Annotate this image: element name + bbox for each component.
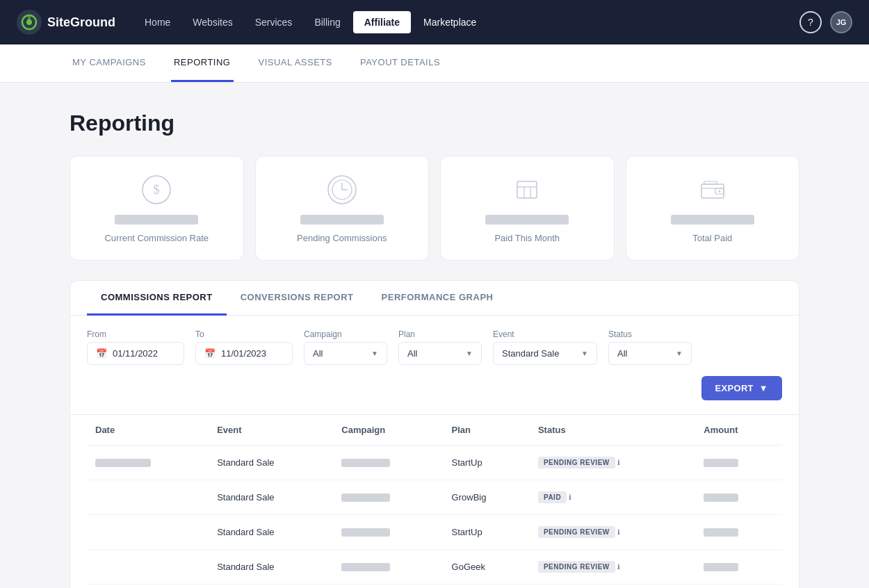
- cell-event: Standard Sale: [209, 446, 333, 480]
- campaign-bar: [341, 563, 390, 571]
- grid-icon: [510, 173, 544, 206]
- status-badge: PAID: [538, 491, 567, 503]
- cell-campaign: [333, 585, 443, 589]
- cell-amount: [695, 446, 782, 480]
- info-icon[interactable]: ℹ: [615, 528, 620, 536]
- report-tabs: COMMISSIONS REPORT CONVERSIONS REPORT PE…: [70, 281, 799, 316]
- campaign-bar: [341, 528, 390, 537]
- export-label: EXPORT: [715, 383, 754, 393]
- to-label: To: [195, 329, 293, 339]
- user-avatar[interactable]: JG: [830, 11, 852, 33]
- subnav-visual-assets[interactable]: VISUAL ASSETS: [256, 44, 335, 82]
- card-commission-rate: $ Current Commission Rate: [70, 156, 244, 261]
- status-value: All: [617, 348, 627, 359]
- calendar-from-icon: 📅: [96, 348, 107, 359]
- nav-services[interactable]: Services: [245, 11, 302, 33]
- report-section: COMMISSIONS REPORT CONVERSIONS REPORT PE…: [70, 280, 799, 588]
- info-icon[interactable]: ℹ: [615, 563, 620, 571]
- nav-right: ? JG: [799, 11, 852, 33]
- table-row: Standard SaleStartUpPENDING REVIEW ℹ: [87, 446, 782, 480]
- commission-rate-label: Current Commission Rate: [104, 233, 209, 243]
- nav-marketplace[interactable]: Marketplace: [414, 11, 486, 33]
- campaign-select[interactable]: All ▼: [304, 342, 387, 365]
- status-filter: Status All ▼: [608, 329, 692, 365]
- amount-bar: [704, 528, 738, 537]
- status-select[interactable]: All ▼: [608, 342, 692, 365]
- from-date-field[interactable]: [113, 348, 175, 359]
- info-icon[interactable]: ℹ: [615, 459, 620, 466]
- table-row: Standard SaleGrowBigPAID ℹ: [87, 480, 782, 515]
- card-total-paid: Total Paid: [626, 156, 800, 261]
- event-label: Event: [493, 329, 597, 339]
- total-paid-label: Total Paid: [692, 233, 732, 243]
- table-row: Standard SaleGoGeekPENDING REVIEW ℹ: [87, 585, 782, 589]
- col-header-plan: Plan: [444, 415, 530, 446]
- clock-icon: [325, 173, 359, 206]
- nav-links: Home Websites Services Billing Affiliate…: [135, 11, 794, 33]
- tab-conversions[interactable]: CONVERSIONS REPORT: [227, 281, 368, 316]
- cell-status: PENDING REVIEW ℹ: [530, 446, 695, 480]
- cell-status: PENDING REVIEW ℹ: [530, 585, 695, 589]
- card-paid-this-month: Paid This Month: [440, 156, 615, 261]
- campaign-bar: [341, 493, 390, 502]
- status-badge: PENDING REVIEW: [538, 526, 615, 538]
- cell-date: [87, 446, 209, 480]
- from-date-input[interactable]: 📅: [87, 342, 184, 365]
- campaign-value: All: [313, 348, 323, 359]
- commission-rate-value: [115, 215, 198, 224]
- plan-select[interactable]: All ▼: [398, 342, 482, 365]
- amount-bar: [704, 493, 738, 502]
- to-date-input[interactable]: 📅: [195, 342, 293, 365]
- cell-date: [87, 515, 209, 550]
- export-button[interactable]: EXPORT ▼: [701, 376, 782, 400]
- event-filter: Event Standard Sale ▼: [493, 329, 597, 365]
- main-content: Reporting $ Current Commission Rate: [0, 83, 869, 588]
- cell-amount: [695, 585, 782, 589]
- cell-date: [87, 480, 209, 515]
- chevron-down-icon-4: ▼: [676, 350, 683, 357]
- siteground-logo-icon: [17, 10, 42, 35]
- col-header-status: Status: [530, 415, 695, 446]
- cell-plan: GoGeek: [444, 585, 530, 589]
- from-filter: From 📅: [87, 329, 184, 365]
- calendar-to-icon: 📅: [204, 348, 216, 359]
- cell-status: PAID ℹ: [530, 480, 695, 515]
- event-select[interactable]: Standard Sale ▼: [493, 342, 597, 365]
- campaign-label: Campaign: [304, 329, 387, 339]
- tab-commissions[interactable]: COMMISSIONS REPORT: [87, 281, 227, 316]
- pending-commissions-label: Pending Commissions: [297, 233, 387, 243]
- subnav-my-campaigns[interactable]: MY CAMPAIGNS: [70, 44, 149, 82]
- nav-websites[interactable]: Websites: [183, 11, 242, 33]
- to-date-field[interactable]: [221, 348, 284, 359]
- plan-label: Plan: [398, 329, 482, 339]
- logo-area[interactable]: SiteGround: [17, 10, 115, 35]
- sub-navigation: MY CAMPAIGNS REPORTING VISUAL ASSETS PAY…: [0, 44, 869, 83]
- table-row: Standard SaleGoGeekPENDING REVIEW ℹ: [87, 550, 782, 585]
- plan-filter: Plan All ▼: [398, 329, 482, 365]
- cell-plan: GoGeek: [444, 550, 530, 585]
- page-title: Reporting: [70, 111, 799, 136]
- tab-performance[interactable]: PERFORMANCE GRAPH: [368, 281, 507, 316]
- cell-date: [87, 550, 209, 585]
- subnav-payout-details[interactable]: PAYOUT DETAILS: [357, 44, 443, 82]
- cell-amount: [695, 515, 782, 550]
- cell-amount: [695, 480, 782, 515]
- cell-campaign: [333, 480, 443, 515]
- nav-affiliate[interactable]: Affiliate: [353, 11, 411, 33]
- nav-home[interactable]: Home: [135, 11, 180, 33]
- plan-value: All: [407, 348, 417, 359]
- info-icon[interactable]: ℹ: [567, 493, 571, 501]
- cell-event: Standard Sale: [209, 550, 333, 585]
- amount-bar: [704, 563, 738, 571]
- help-button[interactable]: ?: [799, 11, 822, 33]
- from-label: From: [87, 329, 184, 339]
- col-header-campaign: Campaign: [333, 415, 443, 446]
- cell-date: [87, 585, 209, 589]
- paid-this-month-label: Paid This Month: [494, 233, 560, 243]
- cell-amount: [695, 550, 782, 585]
- campaign-bar: [341, 459, 390, 467]
- cell-plan: GrowBig: [444, 480, 530, 515]
- subnav-reporting[interactable]: REPORTING: [171, 44, 234, 82]
- nav-billing[interactable]: Billing: [304, 11, 350, 33]
- svg-point-15: [718, 190, 720, 193]
